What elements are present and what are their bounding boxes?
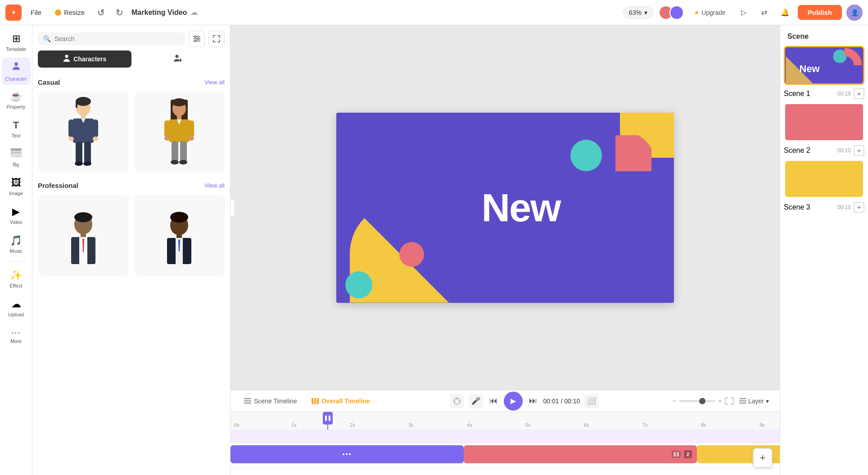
resize-dot xyxy=(55,9,61,16)
skip-back-button[interactable]: ⏮ xyxy=(488,394,499,407)
scene2-badge: 2 xyxy=(684,450,692,458)
zoom-thumb[interactable] xyxy=(699,398,705,404)
scene-1-add-button[interactable]: + xyxy=(854,88,864,99)
svg-point-11 xyxy=(194,40,196,42)
svg-rect-27 xyxy=(84,142,91,164)
undo-button[interactable]: ↺ xyxy=(95,5,108,20)
microphone-button[interactable]: 🎤 xyxy=(469,394,483,408)
filter-button[interactable] xyxy=(189,31,205,47)
scene-timeline-tab[interactable]: Scene Timeline xyxy=(238,395,303,407)
notifications-button[interactable]: 🔔 xyxy=(777,5,793,21)
search-box[interactable]: 🔍 xyxy=(38,32,185,45)
user-avatar[interactable]: 👤 xyxy=(846,5,863,21)
svg-rect-54 xyxy=(176,234,182,238)
zoom-track[interactable] xyxy=(679,400,715,402)
collaborator-avatars xyxy=(659,5,684,20)
overall-timeline-tab[interactable]: Overall Timeline xyxy=(305,395,376,407)
svg-rect-63 xyxy=(312,398,313,404)
sidebar-item-bg[interactable]: Bg xyxy=(2,144,31,171)
scene-block-1[interactable]: ••• xyxy=(231,445,464,463)
upgrade-button[interactable]: ★ Upgrade xyxy=(688,6,731,19)
ruler-8s: 8s xyxy=(701,422,706,428)
svg-rect-40 xyxy=(172,141,178,162)
zoom-control[interactable]: 63% ▾ xyxy=(623,7,653,18)
bg-icon xyxy=(11,148,22,160)
character-panel: 🔍 Characters xyxy=(32,25,231,475)
search-input[interactable] xyxy=(54,35,180,42)
file-menu[interactable]: File xyxy=(27,7,45,18)
svg-rect-60 xyxy=(244,398,251,399)
casual-male-svg xyxy=(63,95,104,167)
casual-title: Casual xyxy=(38,78,60,86)
sidebar-item-template[interactable]: ⊞ Template xyxy=(2,29,31,56)
scene-block-2[interactable]: 2 xyxy=(464,445,697,463)
playhead[interactable] xyxy=(327,412,328,429)
time-display: 00:01 / 00:10 xyxy=(543,397,580,405)
casual-male-card[interactable] xyxy=(38,91,129,173)
svg-point-68 xyxy=(458,400,460,402)
document-title: Marketing Video ☁ xyxy=(131,8,198,17)
professional-male2-card[interactable] xyxy=(134,195,225,276)
playhead-handle[interactable] xyxy=(323,412,333,425)
play-preview-button[interactable]: ▷ xyxy=(736,5,752,21)
scene-3-preview xyxy=(785,161,863,197)
text-icon: T xyxy=(13,119,19,131)
scene-3-label: Scene 3 xyxy=(784,203,810,211)
scene-3-add-button[interactable]: + xyxy=(854,202,864,213)
svg-rect-5 xyxy=(11,155,22,157)
sidebar-item-effect[interactable]: ✨ Effect xyxy=(2,265,31,292)
resize-button[interactable]: Resize xyxy=(50,7,89,18)
casual-female-svg xyxy=(159,95,199,167)
add-track-button[interactable]: + xyxy=(753,448,773,468)
svg-rect-41 xyxy=(180,141,187,162)
svg-rect-75 xyxy=(674,452,676,457)
svg-rect-64 xyxy=(314,398,316,404)
professional-male1-card[interactable] xyxy=(38,195,129,276)
animation-button[interactable] xyxy=(450,394,464,408)
redo-button[interactable]: ↻ xyxy=(113,5,126,20)
resize-label: Resize xyxy=(64,9,85,16)
canvas[interactable]: New xyxy=(336,113,674,303)
sidebar-item-text[interactable]: T Text xyxy=(2,115,31,142)
zoom-minus[interactable]: − xyxy=(672,397,676,405)
zoom-plus[interactable]: + xyxy=(718,397,722,405)
tab-characters[interactable]: Characters xyxy=(38,50,131,68)
expand-button[interactable] xyxy=(208,31,225,47)
svg-point-29 xyxy=(83,161,91,166)
scene-3-thumbnail[interactable] xyxy=(784,160,864,198)
sidebar-item-video[interactable]: ▶ Video xyxy=(2,202,31,229)
svg-point-9 xyxy=(194,36,196,37)
sidebar-item-image[interactable]: 🖼 Image xyxy=(2,173,31,200)
scene-1-time: 00:10 xyxy=(837,91,851,97)
scene2-indicator xyxy=(672,451,681,458)
svg-point-32 xyxy=(172,98,186,106)
scene-1-thumbnail[interactable]: New xyxy=(784,46,864,85)
collapse-panel-button[interactable]: ‹ xyxy=(231,199,235,217)
scene-2-thumbnail[interactable] xyxy=(784,103,864,142)
tab-add-character[interactable] xyxy=(131,50,225,68)
image-label: Image xyxy=(9,191,23,196)
sidebar-item-property[interactable]: ☕ Property xyxy=(2,87,31,114)
app-logo[interactable]: ✦ xyxy=(5,5,22,21)
professional-view-all[interactable]: View all xyxy=(204,182,225,189)
svg-rect-76 xyxy=(677,452,679,457)
subtitles-button[interactable]: ⬜ xyxy=(584,394,599,408)
main-layout: ⊞ Template Character ☕ Property T Text B… xyxy=(0,25,868,475)
title-text: Marketing Video xyxy=(131,9,187,17)
timeline-scrollable[interactable]: 0s 1s 2s 3s 4s 5s 6s xyxy=(231,412,780,475)
layer-button[interactable]: Layer ▾ xyxy=(736,396,773,406)
casual-view-all[interactable]: View all xyxy=(204,79,225,86)
play-button[interactable]: ▶ xyxy=(504,392,523,411)
sidebar-item-character[interactable]: Character xyxy=(2,58,31,85)
scene-3-info: Scene 3 00:10 + xyxy=(780,200,868,215)
share-button[interactable]: ⇄ xyxy=(756,5,773,21)
sidebar-item-more[interactable]: ••• More xyxy=(2,323,31,350)
casual-female-card[interactable] xyxy=(134,91,225,173)
scene-2-add-button[interactable]: + xyxy=(854,145,864,156)
svg-rect-83 xyxy=(786,104,863,140)
sidebar-item-music[interactable]: 🎵 Music xyxy=(2,231,31,258)
sidebar-item-upload[interactable]: ☁ Upload xyxy=(2,294,31,321)
publish-button[interactable]: Publish xyxy=(798,5,842,20)
expand-timeline-icon[interactable] xyxy=(725,397,734,405)
skip-forward-button[interactable]: ⏭ xyxy=(527,394,539,407)
